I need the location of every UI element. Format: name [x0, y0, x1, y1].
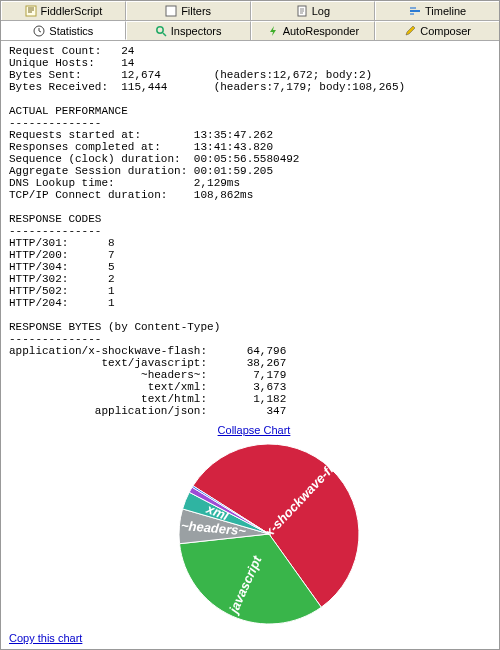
perf-rule: -------------- — [9, 117, 101, 129]
code-304-value: 5 — [108, 261, 115, 273]
clock-icon — [33, 25, 45, 37]
tab-label: Composer — [420, 25, 471, 37]
document-icon — [296, 5, 308, 17]
svg-point-4 — [157, 27, 163, 33]
ct-html-value: 1,182 — [253, 393, 286, 405]
bytes-recv-value: 115,444 — [121, 81, 167, 93]
code-301-value: 8 — [108, 237, 115, 249]
tab-label: Inspectors — [171, 25, 222, 37]
seq-value: 00:05:56.5580492 — [194, 153, 300, 165]
chart-area: Collapse Chart x-shockwave-flashjavascri… — [1, 426, 499, 649]
bytes-sent-breakdown: (headers:12,672; body:2) — [214, 69, 372, 81]
bytes-heading: RESPONSE BYTES (by Content-Type) — [9, 321, 220, 333]
tab-label: Timeline — [425, 5, 466, 17]
code-301-label: HTTP/301: — [9, 237, 68, 249]
statistics-text: Request Count: 24 Unique Hosts: 14 Bytes… — [1, 41, 499, 426]
lightning-icon — [267, 25, 279, 37]
ct-flash-value: 64,796 — [247, 345, 287, 357]
pencil-icon — [404, 25, 416, 37]
code-302-value: 2 — [108, 273, 115, 285]
request-count-value: 24 — [121, 45, 134, 57]
req-start-value: 13:35:47.262 — [194, 129, 273, 141]
agg-label: Aggregate Session duration: — [9, 165, 187, 177]
agg-value: 00:01:59.205 — [194, 165, 273, 177]
timeline-icon — [409, 5, 421, 17]
tcp-label: TCP/IP Connect duration: — [9, 189, 167, 201]
codes-rule: -------------- — [9, 225, 101, 237]
seq-label: Sequence (clock) duration: — [9, 153, 181, 165]
unique-hosts-label: Unique Hosts: — [9, 57, 95, 69]
tcp-value: 108,862ms — [194, 189, 253, 201]
svg-rect-1 — [166, 6, 176, 16]
tab-autoresponder[interactable]: AutoResponder — [251, 21, 376, 40]
tab-composer[interactable]: Composer — [375, 21, 499, 40]
tab-log[interactable]: Log — [251, 1, 376, 20]
tab-label: AutoResponder — [283, 25, 359, 37]
unique-hosts-value: 14 — [121, 57, 134, 69]
ct-xml-value: 3,673 — [253, 381, 286, 393]
tab-label: Filters — [181, 5, 211, 17]
tab-inspectors[interactable]: Inspectors — [126, 21, 251, 40]
tabstrip-top: FiddlerScript Filters Log Timeline — [1, 1, 499, 21]
ct-js-label: text/javascript: — [101, 357, 207, 369]
ct-json-label: application/json: — [95, 405, 207, 417]
bytes-rule: -------------- — [9, 333, 101, 345]
ct-xml-label: text/xml: — [148, 381, 207, 393]
code-502-value: 1 — [108, 285, 115, 297]
tab-statistics[interactable]: Statistics — [1, 21, 126, 40]
perf-heading: ACTUAL PERFORMANCE — [9, 105, 128, 117]
request-count-label: Request Count: — [9, 45, 101, 57]
tab-label: FiddlerScript — [41, 5, 103, 17]
statistics-panel: FiddlerScript Filters Log Timeline — [0, 0, 500, 650]
resp-done-value: 13:41:43.820 — [194, 141, 273, 153]
code-200-value: 7 — [108, 249, 115, 261]
tab-filters[interactable]: Filters — [126, 1, 251, 20]
content-type-pie-chart: x-shockwave-flashjavascript~headers~xml — [9, 439, 489, 629]
dns-label: DNS Lookup time: — [9, 177, 115, 189]
tabstrip-bottom: Statistics Inspectors AutoResponder Comp… — [1, 21, 499, 41]
bytes-sent-value: 12,674 — [121, 69, 161, 81]
bytes-recv-breakdown: (headers:7,179; body:108,265) — [214, 81, 405, 93]
ct-js-value: 38,267 — [247, 357, 287, 369]
tab-label: Log — [312, 5, 330, 17]
tab-label: Statistics — [49, 25, 93, 37]
bytes-sent-label: Bytes Sent: — [9, 69, 82, 81]
code-204-label: HTTP/204: — [9, 297, 68, 309]
ct-json-value: 347 — [266, 405, 286, 417]
tab-fiddlerscript[interactable]: FiddlerScript — [1, 1, 126, 20]
bytes-recv-label: Bytes Received: — [9, 81, 108, 93]
code-200-label: HTTP/200: — [9, 249, 68, 261]
code-304-label: HTTP/304: — [9, 261, 68, 273]
checkbox-icon — [165, 5, 177, 17]
code-204-value: 1 — [108, 297, 115, 309]
req-start-label: Requests started at: — [9, 129, 141, 141]
tab-timeline[interactable]: Timeline — [375, 1, 499, 20]
code-502-label: HTTP/502: — [9, 285, 68, 297]
ct-html-label: text/html: — [141, 393, 207, 405]
script-icon — [25, 5, 37, 17]
codes-heading: RESPONSE CODES — [9, 213, 101, 225]
ct-headers-label: ~headers~: — [141, 369, 207, 381]
collapse-chart-link[interactable]: Collapse Chart — [218, 424, 291, 436]
resp-done-label: Responses completed at: — [9, 141, 161, 153]
magnifier-icon — [155, 25, 167, 37]
dns-value: 2,129ms — [194, 177, 240, 189]
ct-headers-value: 7,179 — [253, 369, 286, 381]
copy-chart-link[interactable]: Copy this chart — [9, 632, 82, 644]
code-302-label: HTTP/302: — [9, 273, 68, 285]
ct-flash-label: application/x-shockwave-flash: — [9, 345, 207, 357]
